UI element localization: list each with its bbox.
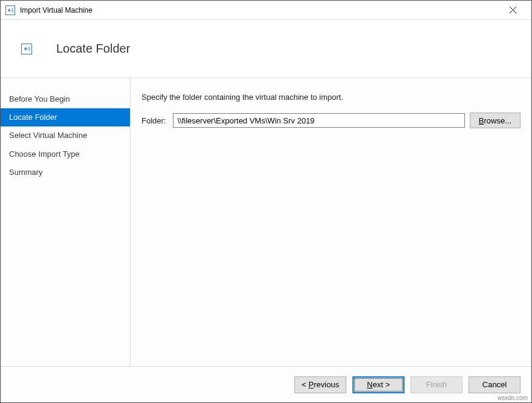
footer: < Previous Next > Finish Cancel: [1, 366, 531, 402]
watermark: wsxdn.com: [498, 395, 528, 401]
arrow-icon: [5, 5, 15, 15]
step-choose-import-type[interactable]: Choose Import Type: [1, 145, 130, 163]
cancel-button[interactable]: Cancel: [469, 376, 521, 393]
finish-button: Finish: [410, 376, 462, 393]
titlebar: Import Virtual Machine: [1, 1, 531, 20]
browse-button[interactable]: Browse...: [470, 113, 521, 128]
window-title: Import Virtual Machine: [20, 6, 499, 15]
step-summary[interactable]: Summary: [1, 163, 130, 182]
page-title: Locate Folder: [56, 42, 130, 56]
step-before-you-begin[interactable]: Before You Begin: [1, 90, 130, 108]
folder-input[interactable]: [173, 113, 464, 128]
folder-label: Folder:: [141, 116, 166, 125]
header: Locate Folder: [1, 20, 531, 78]
body: Before You Begin Locate Folder Select Vi…: [1, 78, 531, 366]
content-panel: Specify the folder containing the virtua…: [130, 78, 531, 366]
step-select-virtual-machine[interactable]: Select Virtual Machine: [1, 126, 130, 145]
wizard-window: Import Virtual Machine Locate Folder Bef…: [0, 0, 532, 403]
previous-button[interactable]: < Previous: [294, 376, 346, 393]
wizard-steps: Before You Begin Locate Folder Select Vi…: [1, 78, 130, 366]
close-button[interactable]: [499, 1, 527, 19]
step-locate-folder[interactable]: Locate Folder: [1, 108, 130, 126]
arrow-icon: [21, 44, 32, 54]
folder-row: Folder: Browse...: [141, 113, 521, 128]
next-button[interactable]: Next >: [352, 376, 404, 393]
instruction-text: Specify the folder containing the virtua…: [141, 93, 521, 102]
